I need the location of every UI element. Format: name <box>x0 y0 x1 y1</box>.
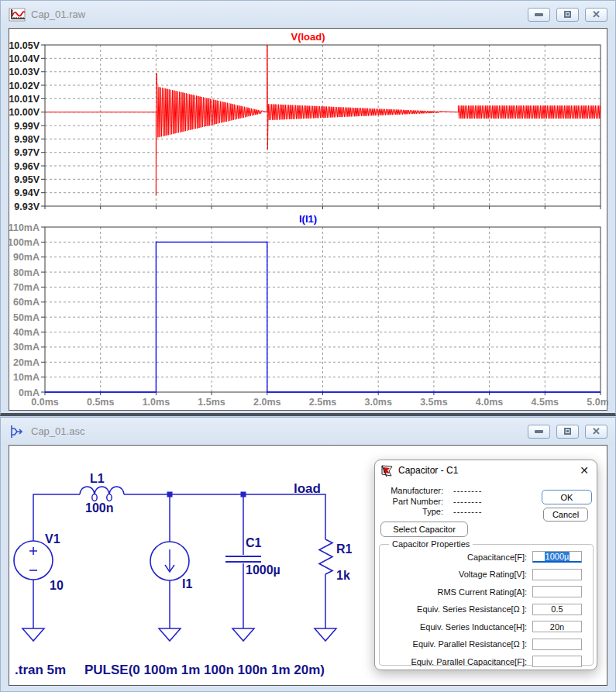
x-axis-tick-label: 1.5ms <box>198 397 225 408</box>
waveform-window: Cap_01.raw ✕ V(load) I(I1) 10.05V10.04V1… <box>0 0 616 416</box>
property-label: RMS Current Rating[A]: <box>380 587 532 597</box>
restore-button[interactable] <box>556 425 579 439</box>
property-row: Equiv. Parallel Resistance[Ω ]: <box>380 639 593 651</box>
property-label: Equiv. Parallel Capacitance[F]: <box>380 657 532 666</box>
dialog-titlebar[interactable]: Capacitor - C1 ✕ <box>375 460 597 480</box>
part-info-label: Type: <box>381 507 443 518</box>
property-value: 1000µ <box>545 552 570 561</box>
wire[interactable] <box>124 494 325 539</box>
property-row: Capacitance[F]:1000µ <box>380 551 593 563</box>
schematic-icon <box>9 425 26 439</box>
axis-tick-label: 90mA <box>13 252 40 263</box>
close-icon: ✕ <box>592 9 601 19</box>
select-capacitor-button[interactable]: Select Capacitor <box>380 522 468 537</box>
group-label: Capacitor Properties <box>389 539 473 549</box>
axis-tick-label: 70mA <box>13 282 40 293</box>
dialog-close-icon[interactable]: ✕ <box>580 465 589 476</box>
schematic-window-title: Cap_01.asc <box>31 425 521 437</box>
waveform-plot-area[interactable]: V(load) I(I1) 10.05V10.04V10.03V10.02V10… <box>9 28 607 411</box>
x-axis-tick-label: 4.0ms <box>476 397 503 408</box>
component-value-v1[interactable]: 10 <box>50 579 64 593</box>
minimize-icon <box>535 430 543 433</box>
ground-symbol[interactable] <box>315 628 336 641</box>
property-input[interactable] <box>532 656 582 667</box>
capacitor-properties-rows: Capacitance[F]:1000µVoltage Rating[V]:RM… <box>380 551 593 673</box>
ground-symbol[interactable] <box>232 628 254 641</box>
axis-tick-label: 9.93V <box>14 201 40 212</box>
component-c1-capacitor[interactable] <box>225 556 261 562</box>
trace-label-vload[interactable]: V(load) <box>9 31 607 43</box>
component-v1-voltage-source[interactable] <box>14 541 53 580</box>
property-label: Voltage Rating[V]: <box>380 570 532 579</box>
part-info-label: Part Number: <box>381 497 443 508</box>
directive-pulse[interactable]: PULSE(0 100m 1m 100n 100n 1m 20m) <box>84 663 325 678</box>
component-i1-current-source[interactable] <box>150 542 189 580</box>
minimize-button[interactable] <box>528 8 550 22</box>
property-input[interactable]: 20n <box>532 621 582 632</box>
component-name-l1[interactable]: L1 <box>90 472 105 486</box>
ok-button[interactable]: OK <box>542 490 592 504</box>
axis-tick-label: 10.03V <box>9 67 40 77</box>
part-info-label: Manufacturer: <box>381 486 443 497</box>
axis-tick-label: 40mA <box>13 327 40 338</box>
property-label: Equiv. Series Inductance[H]: <box>380 622 532 632</box>
cancel-button[interactable]: Cancel <box>543 508 588 522</box>
part-info-row: Part Number:-------- <box>381 497 482 508</box>
restore-icon <box>564 428 571 435</box>
axis-tick-label: 9.95V <box>14 174 40 185</box>
axis-tick-label: 20mA <box>13 357 40 368</box>
x-axis-tick-label: 2.5ms <box>309 397 336 408</box>
x-axis-tick-label: 0.5ms <box>87 397 114 408</box>
schematic-window-titlebar[interactable]: Cap_01.asc ✕ <box>1 418 615 445</box>
part-info-block: Manufacturer:--------Part Number:-------… <box>381 486 482 518</box>
net-label-load[interactable]: load <box>294 481 321 497</box>
part-info-row: Manufacturer:-------- <box>381 486 482 497</box>
waveform-window-titlebar[interactable]: Cap_01.raw ✕ <box>1 1 615 28</box>
wire-junction <box>167 492 173 497</box>
ground-symbol[interactable] <box>22 628 44 641</box>
property-input[interactable]: 0.5 <box>532 604 582 615</box>
minimize-button[interactable] <box>528 425 550 439</box>
component-name-v1[interactable]: V1 <box>45 532 60 546</box>
x-axis-tick-label: 3.5ms <box>420 397 447 408</box>
property-value: 0.5 <box>551 604 563 614</box>
component-name-c1[interactable]: C1 <box>246 536 261 550</box>
trace-label-ii1[interactable]: I(I1) <box>9 213 607 225</box>
close-button[interactable]: ✕ <box>585 8 607 22</box>
x-axis-tick-label: 2.0ms <box>253 397 280 408</box>
restore-button[interactable] <box>556 8 579 22</box>
component-value-l1[interactable]: 100n <box>85 501 113 515</box>
wire-junction <box>241 492 246 497</box>
component-value-r1[interactable]: 1k <box>336 569 350 583</box>
x-axis-tick-label: 1.0ms <box>143 397 170 408</box>
property-row: Voltage Rating[V]: <box>380 569 593 581</box>
property-row: RMS Current Rating[A]: <box>380 586 593 598</box>
axis-tick-label: 60mA <box>13 297 40 308</box>
waveform-icon <box>9 8 26 22</box>
axis-tick-label: 9.99V <box>14 121 40 132</box>
property-input[interactable] <box>532 639 582 650</box>
x-axis-tick-label: 3.0ms <box>364 397 391 408</box>
close-button[interactable]: ✕ <box>585 425 607 439</box>
capacitor-dialog: Capacitor - C1 ✕ Manufacturer:--------Pa… <box>374 460 597 670</box>
property-input[interactable] <box>532 586 582 597</box>
directive-tran[interactable]: .tran 5m <box>15 663 66 678</box>
minimize-icon <box>535 13 543 16</box>
component-value-c1[interactable]: 1000µ <box>246 563 280 577</box>
component-l1-inductor[interactable] <box>80 487 124 501</box>
property-input[interactable]: 1000µ <box>532 551 582 563</box>
axis-tick-label: 100mA <box>9 237 40 248</box>
axis-tick-label: 9.97V <box>14 147 40 158</box>
axis-tick-label: 10.02V <box>9 81 40 91</box>
component-name-r1[interactable]: R1 <box>336 542 352 556</box>
property-label: Equiv. Parallel Resistance[Ω ]: <box>380 639 532 649</box>
axis-tick-label: 10.00V <box>9 107 40 118</box>
property-input[interactable] <box>532 569 582 580</box>
waveform-window-title: Cap_01.raw <box>31 9 521 20</box>
ltspice-logo-icon <box>380 464 394 477</box>
ground-symbol[interactable] <box>159 628 181 641</box>
property-label: Capacitance[F]: <box>380 553 532 562</box>
component-name-i1[interactable]: I1 <box>182 577 192 591</box>
component-r1-resistor[interactable] <box>319 539 332 574</box>
axis-tick-label: 80mA <box>13 267 40 278</box>
